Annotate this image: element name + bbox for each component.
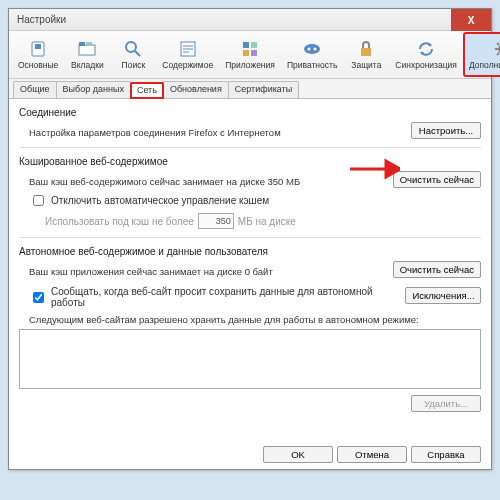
toolbar-switch[interactable]: Основные [13, 33, 63, 76]
switch-icon [28, 39, 48, 59]
svg-rect-13 [243, 50, 249, 56]
cache-status: Ваш кэш веб-содержимого сейчас занимает … [29, 176, 300, 187]
settings-window: Настройки X ОсновныеВкладкиПоискСодержим… [8, 8, 492, 470]
tab-content: Соединение Настройка параметров соединен… [9, 99, 491, 420]
toolbar-label: Синхронизация [395, 60, 457, 70]
exceptions-button[interactable]: Исключения... [405, 287, 481, 304]
toolbar-label: Содержимое [162, 60, 213, 70]
ok-button[interactable]: OK [263, 446, 333, 463]
svg-line-26 [497, 53, 499, 55]
apps-icon [240, 39, 260, 59]
toolbar-tabs[interactable]: Вкладки [65, 33, 109, 76]
clear-offline-button[interactable]: Очистить сейчас [393, 261, 481, 278]
svg-point-17 [314, 48, 317, 51]
category-toolbar: ОсновныеВкладкиПоискСодержимоеПриложения… [9, 31, 491, 79]
svg-point-15 [304, 44, 320, 54]
dialog-buttons: OK Отмена Справка [263, 446, 481, 463]
sub-tabs: ОбщиеВыбор данныхСетьОбновленияСертифика… [9, 79, 491, 99]
offline-allowed-label: Следующим веб-сайтам разрешено хранить д… [29, 314, 481, 325]
toolbar-label: Защита [351, 60, 381, 70]
cache-limit-pre: Использовать под кэш не более [45, 216, 194, 227]
connection-section-title: Соединение [19, 107, 481, 118]
override-cache-checkbox[interactable] [33, 195, 44, 206]
toolbar-label: Вкладки [71, 60, 104, 70]
lock-icon [356, 39, 376, 59]
svg-rect-3 [79, 42, 85, 46]
content-icon [178, 39, 198, 59]
clear-cache-button[interactable]: Очистить сейчас [393, 171, 481, 188]
svg-line-24 [497, 43, 499, 45]
toolbar-content[interactable]: Содержимое [157, 33, 218, 76]
svg-rect-11 [243, 42, 249, 48]
titlebar: Настройки X [9, 9, 491, 31]
connection-settings-button[interactable]: Настроить... [411, 122, 481, 139]
svg-rect-14 [251, 50, 257, 56]
svg-rect-4 [86, 42, 92, 46]
toolbar-sync[interactable]: Синхронизация [390, 33, 462, 76]
offline-section-title: Автономное веб-содержимое и данные польз… [19, 246, 481, 257]
svg-rect-1 [35, 44, 41, 49]
offline-status: Ваш кэш приложения сейчас занимает на ди… [29, 266, 273, 277]
close-icon: X [468, 15, 475, 26]
window-title: Настройки [17, 14, 66, 25]
cache-limit-unit: МБ на диске [238, 216, 296, 227]
toolbar-label: Основные [18, 60, 58, 70]
svg-rect-2 [79, 45, 95, 55]
cancel-button[interactable]: Отмена [337, 446, 407, 463]
close-button[interactable]: X [451, 9, 491, 31]
gear-icon [493, 39, 500, 59]
toolbar-search[interactable]: Поиск [111, 33, 155, 76]
svg-line-6 [135, 51, 140, 56]
offline-notify-checkbox[interactable] [33, 292, 44, 303]
connection-desc: Настройка параметров соединения Firefox … [29, 127, 281, 138]
toolbar-label: Поиск [122, 60, 146, 70]
mask-icon [302, 39, 322, 59]
tab-Сеть[interactable]: Сеть [130, 82, 164, 99]
offline-sites-list[interactable] [19, 329, 481, 389]
tab-Выбор данных[interactable]: Выбор данных [56, 81, 131, 98]
tab-Обновления[interactable]: Обновления [163, 81, 229, 98]
tab-Общие[interactable]: Общие [13, 81, 57, 98]
tabs-icon [77, 39, 97, 59]
help-button[interactable]: Справка [411, 446, 481, 463]
toolbar-label: Приложения [225, 60, 275, 70]
toolbar-label: Приватность [287, 60, 337, 70]
cache-section-title: Кэшированное веб-содержимое [19, 156, 481, 167]
svg-rect-12 [251, 42, 257, 48]
toolbar-mask[interactable]: Приватность [282, 33, 342, 76]
svg-point-5 [126, 42, 136, 52]
sync-icon [416, 39, 436, 59]
svg-rect-18 [361, 48, 371, 56]
svg-point-16 [308, 48, 311, 51]
toolbar-lock[interactable]: Защита [344, 33, 388, 76]
override-cache-label: Отключить автоматическое управление кэше… [51, 195, 269, 206]
remove-site-button[interactable]: Удалить... [411, 395, 481, 412]
toolbar-gear[interactable]: Дополнительные [464, 33, 500, 76]
tab-Сертификаты[interactable]: Сертификаты [228, 81, 299, 98]
toolbar-label: Дополнительные [469, 60, 500, 70]
toolbar-apps[interactable]: Приложения [220, 33, 280, 76]
cache-limit-input[interactable] [198, 213, 234, 229]
search-icon [123, 39, 143, 59]
offline-notify-label: Сообщать, когда веб-сайт просит сохранит… [51, 286, 405, 308]
